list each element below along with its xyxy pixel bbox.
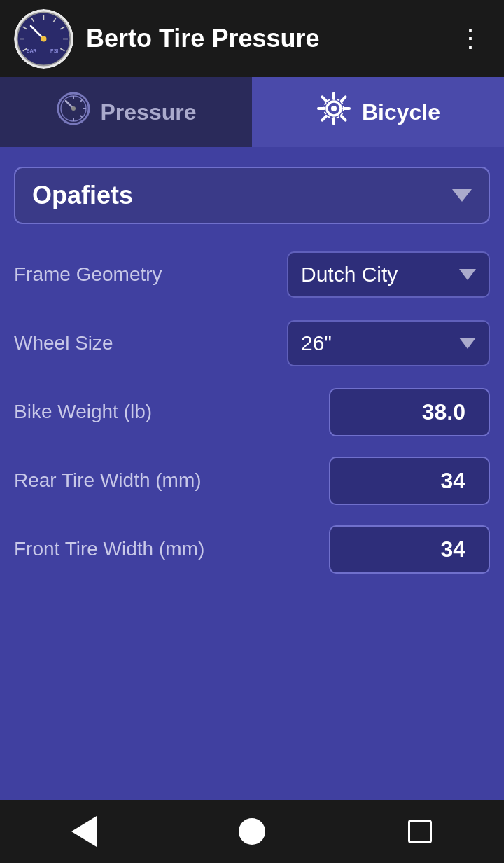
wheel-size-value: 26" — [301, 331, 449, 355]
svg-line-22 — [80, 116, 82, 118]
frame-geometry-dropdown[interactable]: Dutch City — [287, 251, 490, 298]
rear-tire-width-row: Rear Tire Width (mm) — [14, 453, 490, 509]
svg-line-20 — [80, 99, 82, 102]
frame-geometry-row: Frame Geometry Dutch City — [14, 247, 490, 303]
svg-text:BAR: BAR — [27, 48, 36, 53]
bike-type-arrow-icon — [452, 189, 472, 202]
frame-geometry-arrow-icon — [459, 269, 476, 280]
back-icon — [71, 816, 97, 847]
wheel-size-row: Wheel Size 26" — [14, 315, 490, 371]
wheel-size-dropdown[interactable]: 26" — [287, 320, 490, 366]
home-button[interactable] — [231, 810, 273, 852]
back-button[interactable] — [63, 810, 105, 852]
home-icon — [239, 818, 265, 845]
tab-pressure[interactable]: Pressure — [0, 77, 252, 147]
bike-weight-label: Bike Weight (lb) — [14, 401, 329, 423]
front-tire-width-label: Front Tire Width (mm) — [14, 538, 329, 560]
bottom-nav — [0, 800, 504, 863]
gear-icon — [316, 90, 352, 134]
bike-weight-input[interactable] — [329, 388, 490, 436]
pressure-tab-label: Pressure — [101, 99, 197, 125]
bicycle-tab-label: Bicycle — [362, 99, 440, 125]
recents-icon — [408, 820, 432, 843]
front-tire-width-row: Front Tire Width (mm) — [14, 521, 490, 577]
recents-button[interactable] — [399, 810, 441, 852]
frame-geometry-value: Dutch City — [301, 263, 449, 286]
rear-tire-width-label: Rear Tire Width (mm) — [14, 469, 329, 492]
frame-geometry-label: Frame Geometry — [14, 263, 287, 286]
app-title: Berto Tire Pressure — [86, 24, 451, 53]
tab-bicycle[interactable]: Bicycle — [252, 77, 504, 147]
svg-line-31 — [342, 116, 346, 120]
menu-button[interactable]: ⋮ — [451, 17, 490, 60]
app-bar: BAR PSI Berto Tire Pressure ⋮ — [0, 0, 504, 77]
wheel-size-arrow-icon — [459, 338, 476, 349]
pressure-gauge-icon — [56, 91, 91, 133]
rear-tire-width-input[interactable] — [329, 457, 490, 505]
bike-type-dropdown[interactable]: Opafiets — [14, 167, 490, 224]
svg-line-30 — [322, 97, 326, 101]
front-tire-width-input[interactable] — [329, 525, 490, 574]
svg-line-33 — [322, 116, 326, 120]
svg-line-32 — [342, 97, 346, 101]
wheel-size-label: Wheel Size — [14, 332, 287, 354]
svg-point-18 — [71, 106, 76, 111]
main-content: Opafiets Frame Geometry Dutch City Wheel… — [0, 147, 504, 800]
tab-bar: Pressure Bicycle — [0, 77, 504, 147]
svg-text:PSI: PSI — [50, 48, 58, 53]
bike-weight-row: Bike Weight (lb) — [14, 384, 490, 440]
bike-type-value: Opafiets — [32, 181, 133, 210]
svg-point-12 — [41, 36, 47, 41]
app-logo: BAR PSI — [14, 9, 74, 69]
svg-point-25 — [331, 106, 337, 111]
